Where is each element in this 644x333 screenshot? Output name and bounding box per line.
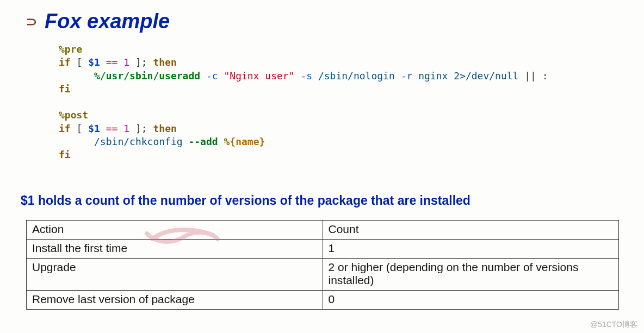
col-action: Action bbox=[27, 220, 323, 239]
cell-action: Upgrade bbox=[27, 258, 323, 290]
str-user: "Nginx user" bbox=[224, 70, 294, 81]
cell-count: 0 bbox=[323, 290, 619, 309]
flag-s: -s bbox=[300, 70, 312, 81]
count-table: Action Count Install the first time 1 Up… bbox=[26, 220, 619, 310]
flag-c: -c bbox=[206, 70, 218, 81]
punc: ; bbox=[141, 56, 147, 68]
orcolon: || : bbox=[524, 70, 548, 81]
punc: ] bbox=[135, 123, 141, 134]
kw-fi: fi bbox=[59, 83, 71, 95]
bullet-icon: ⊃ bbox=[26, 14, 37, 29]
flag-add: --add bbox=[188, 136, 218, 147]
punc: [ bbox=[77, 123, 83, 134]
watermark: @51CTO博客 bbox=[590, 320, 637, 330]
punc: ] bbox=[135, 56, 141, 68]
name-macro: {name} bbox=[230, 136, 265, 147]
cell-action: Remove last version of package bbox=[27, 290, 323, 309]
flag-r: -r bbox=[401, 70, 413, 81]
var: $1 bbox=[88, 123, 100, 134]
table-header-row: Action Count bbox=[27, 220, 619, 239]
punc: [ bbox=[77, 56, 83, 68]
op: == bbox=[106, 56, 118, 68]
punc: ; bbox=[141, 123, 147, 134]
slide-title: Fox example bbox=[45, 10, 170, 33]
slide-content: ⊃ Fox example %pre if [ $1 == 1 ]; then … bbox=[0, 0, 644, 310]
subheading: $1 holds a count of the number of versio… bbox=[21, 193, 618, 208]
col-count: Count bbox=[323, 220, 619, 239]
num: 1 bbox=[123, 56, 129, 68]
kw-then: then bbox=[153, 56, 177, 68]
kw-fi: fi bbox=[59, 149, 71, 160]
table-row: Upgrade 2 or higher (depending on the nu… bbox=[27, 258, 619, 290]
cell-action: Install the first time bbox=[27, 239, 323, 258]
path-nologin: /sbin/nologin bbox=[318, 70, 395, 81]
cell-count: 1 bbox=[323, 239, 619, 258]
title-row: ⊃ Fox example bbox=[26, 10, 618, 33]
cell-count: 2 or higher (depending on the number of … bbox=[323, 258, 619, 290]
var: $1 bbox=[88, 56, 100, 68]
table-row: Remove last version of package 0 bbox=[27, 290, 619, 309]
macro-post: %post bbox=[59, 109, 88, 121]
cmd-useradd: %/usr/sbin/useradd bbox=[94, 70, 200, 81]
kw-if: if bbox=[59, 56, 71, 68]
pct: % bbox=[224, 136, 230, 147]
arg-nginx: nginx bbox=[418, 70, 448, 81]
num: 1 bbox=[123, 123, 129, 134]
kw-if: if bbox=[59, 123, 71, 134]
table-row: Install the first time 1 bbox=[27, 239, 619, 258]
code-pre-block: %pre if [ $1 == 1 ]; then %/usr/sbin/use… bbox=[59, 43, 618, 162]
op: == bbox=[106, 123, 118, 134]
path-chkconfig: /sbin/chkconfig bbox=[94, 136, 183, 147]
kw-then: then bbox=[153, 123, 177, 134]
macro-pre: %pre bbox=[59, 43, 82, 55]
redir: 2>/dev/null bbox=[454, 70, 518, 81]
